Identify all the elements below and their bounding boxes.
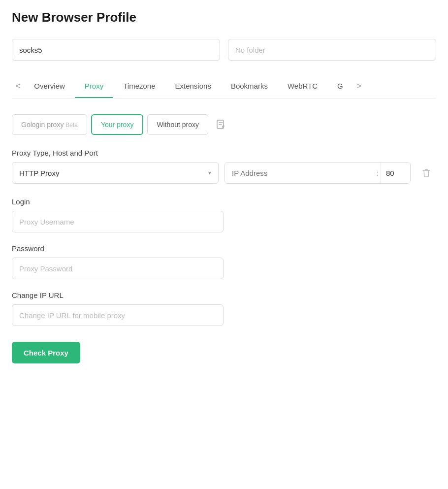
tab-g[interactable]: G xyxy=(327,75,353,98)
proxy-selector: Gologin proxy Beta Your proxy Without pr… xyxy=(12,114,436,135)
ip-address-input[interactable] xyxy=(225,163,375,183)
your-proxy-label: Your proxy xyxy=(101,121,133,129)
change-ip-section: Change IP URL xyxy=(12,291,436,326)
port-separator: : xyxy=(375,169,381,177)
chevron-down-icon: ▾ xyxy=(208,169,211,176)
ip-port-group: : xyxy=(224,162,411,184)
tab-proxy[interactable]: Proxy xyxy=(75,75,113,98)
gologin-proxy-button[interactable]: Gologin proxy Beta xyxy=(12,114,87,135)
nav-next-button[interactable]: > xyxy=(353,74,365,98)
profile-name-input[interactable] xyxy=(12,39,220,61)
beta-badge: Beta xyxy=(65,122,78,129)
delete-proxy-button[interactable] xyxy=(416,167,436,178)
change-ip-url-input[interactable] xyxy=(12,304,224,326)
proxy-edit-icon-button[interactable] xyxy=(212,116,230,133)
tab-timezone[interactable]: Timezone xyxy=(113,75,165,98)
login-label: Login xyxy=(12,197,436,206)
proxy-type-select[interactable]: HTTP Proxy ▾ xyxy=(12,162,219,184)
without-proxy-label: Without proxy xyxy=(157,121,199,129)
password-label: Password xyxy=(12,244,436,253)
login-section: Login xyxy=(12,197,436,232)
nav-prev-button[interactable]: < xyxy=(12,74,24,98)
check-proxy-button[interactable]: Check Proxy xyxy=(12,342,80,363)
proxy-password-input[interactable] xyxy=(12,258,224,279)
tab-extensions[interactable]: Extensions xyxy=(165,75,221,98)
port-input[interactable] xyxy=(381,163,410,183)
proxy-type-value: HTTP Proxy xyxy=(19,169,59,177)
folder-input[interactable] xyxy=(228,39,436,61)
proxy-type-section: Proxy Type, Host and Port HTTP Proxy ▾ : xyxy=(12,149,436,184)
tab-overview[interactable]: Overview xyxy=(24,75,75,98)
password-section: Password xyxy=(12,244,436,279)
trash-icon xyxy=(421,167,431,178)
tab-bookmarks[interactable]: Bookmarks xyxy=(221,75,278,98)
tab-webrtc[interactable]: WebRTC xyxy=(278,75,327,98)
change-ip-label: Change IP URL xyxy=(12,291,436,299)
proxy-type-row: HTTP Proxy ▾ : xyxy=(12,162,436,184)
edit-icon xyxy=(215,119,227,130)
proxy-type-label: Proxy Type, Host and Port xyxy=(12,149,436,157)
page-title: New Browser Profile xyxy=(12,10,436,25)
your-proxy-button[interactable]: Your proxy xyxy=(91,114,143,135)
nav-tabs: < Overview Proxy Timezone Extensions Boo… xyxy=(12,74,436,98)
proxy-username-input[interactable] xyxy=(12,211,224,232)
without-proxy-button[interactable]: Without proxy xyxy=(147,114,208,135)
top-inputs-row xyxy=(12,39,436,61)
gologin-proxy-label: Gologin proxy xyxy=(21,121,65,129)
